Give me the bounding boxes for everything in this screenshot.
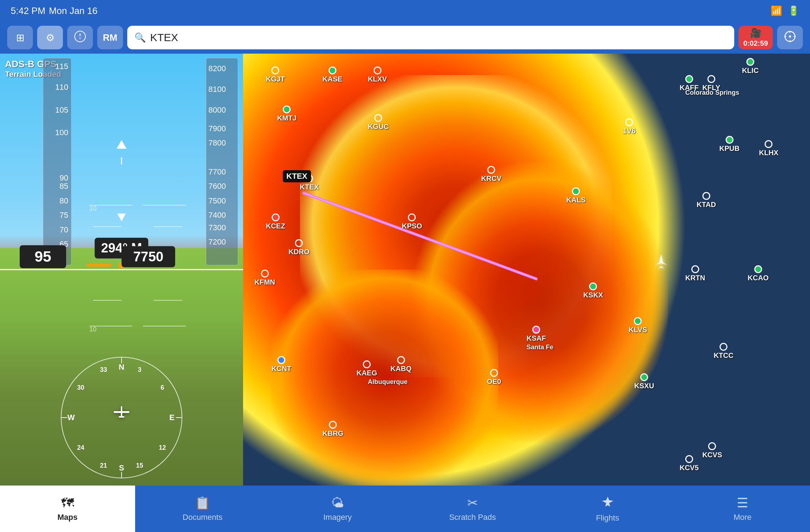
airport-kabq[interactable]: KABQ — [390, 356, 411, 373]
airport-dot-kbrg — [329, 421, 337, 429]
airport-dot-kase — [329, 66, 336, 74]
compass-30: 30 — [77, 384, 84, 391]
airport-krtn[interactable]: KRTN — [685, 265, 705, 282]
airport-coloradosprings[interactable]: Colorado Springs — [685, 88, 739, 97]
airport-kcao[interactable]: KCAO — [748, 265, 769, 282]
airport-kmtj[interactable]: KMTJ — [277, 105, 296, 122]
airport-dot-1v6 — [625, 118, 633, 126]
airport-klic[interactable]: KLIC — [742, 58, 759, 75]
scratchpads-icon: ✂ — [467, 496, 478, 511]
record-button[interactable]: 🎥 0:02:59 — [739, 26, 773, 49]
airport-kals[interactable]: KALS — [566, 187, 586, 204]
nav-documents[interactable]: 📋 Documents — [135, 486, 270, 532]
airport-kbrg[interactable]: KBRG — [322, 421, 344, 438]
airport-kdro[interactable]: KDRO — [288, 239, 310, 256]
nav-maps[interactable]: 🗺 Maps — [0, 486, 135, 532]
airport-1v6[interactable]: 1V6 — [623, 118, 636, 135]
airport-dot-kcao — [754, 265, 762, 273]
airport-dot-kdro — [295, 239, 303, 247]
airport-kcnt[interactable]: KCNT — [271, 356, 291, 373]
airport-krcv[interactable]: KRCV — [481, 166, 502, 183]
airport-ktcc[interactable]: KTCC — [713, 343, 734, 360]
settings-button[interactable]: ⚙ — [37, 26, 63, 49]
airport-ksaf[interactable]: KSAF — [527, 326, 546, 343]
airport-dot-kaff — [685, 75, 693, 83]
airport-kfmn[interactable]: KFMN — [255, 270, 275, 286]
documents-icon: 📋 — [194, 496, 211, 511]
map-panel[interactable]: KGJT KASE KLXV KLIC KAFF KFLY Colorado — [243, 54, 810, 486]
airport-kgjt[interactable]: KGJT — [266, 66, 285, 83]
airport-ksxu[interactable]: KSXU — [634, 373, 654, 390]
airport-kpub[interactable]: KPUB — [719, 136, 740, 153]
compass-button[interactable] — [67, 26, 93, 49]
airport-kcez[interactable]: KCEZ — [266, 213, 285, 230]
speed-mark-75: 75 — [60, 211, 68, 220]
search-input[interactable] — [150, 31, 727, 44]
airport-dot-kmtj — [283, 105, 291, 113]
rm-button[interactable]: RM — [97, 26, 123, 49]
nav-more[interactable]: ☰ More — [675, 486, 810, 532]
airport-dot-kfmn — [261, 270, 269, 277]
alt-mark-7900: 7900 — [208, 124, 226, 133]
airport-dot-ksaf — [532, 326, 540, 334]
status-bar: 5:42 PM Mon Jan 16 📶 🔋 — [0, 0, 810, 21]
airport-kaeg[interactable]: KAEG — [356, 360, 377, 377]
compass-21: 21 — [100, 462, 107, 469]
airport-dot-klvs — [634, 317, 642, 325]
airport-klxv[interactable]: KLXV — [368, 66, 387, 83]
airport-kskx[interactable]: KSKX — [583, 282, 603, 299]
airport-kcvs[interactable]: KCVS — [702, 442, 722, 459]
layers-button[interactable]: ⊞ — [7, 26, 33, 49]
airport-klvs[interactable]: KLVS — [628, 317, 647, 334]
airport-dot-kpub — [726, 136, 734, 144]
alt-mark-8000: 8000 — [208, 105, 226, 115]
aircraft-symbol — [111, 403, 132, 425]
record-icon: 🎥 — [750, 28, 761, 39]
airport-ktad[interactable]: KTAD — [697, 192, 716, 209]
layers-icon: ⊞ — [16, 32, 24, 44]
compass-s: S — [119, 463, 124, 473]
alt-mark-8200: 8200 — [208, 64, 226, 73]
speed-mark-90: 90 — [60, 173, 68, 183]
map-aircraft-icon — [651, 252, 671, 274]
search-bar: 🔍 — [127, 26, 734, 49]
compass-6: 6 — [160, 384, 164, 391]
date-display: Mon Jan 16 — [49, 5, 98, 16]
gear-icon: ⚙ — [46, 32, 55, 44]
airport-dot-ksxu — [640, 373, 648, 381]
compass-w: W — [67, 413, 75, 422]
speed-mark-70: 70 — [60, 225, 68, 235]
airport-kpso[interactable]: KPSO — [402, 213, 422, 230]
nav-flights[interactable]: Flights — [540, 486, 675, 532]
airport-kase[interactable]: KASE — [322, 66, 342, 83]
gps-button[interactable] — [777, 26, 803, 49]
compass-12: 12 — [159, 444, 166, 452]
airport-dot-kabq — [397, 356, 405, 364]
airport-kguc[interactable]: KGUC — [368, 114, 389, 131]
airport-dot-klxv — [374, 66, 381, 74]
nav-imagery[interactable]: 🌤 Imagery — [270, 486, 405, 532]
airport-dot-ktcc — [720, 343, 727, 351]
flights-icon — [601, 495, 614, 511]
airport-klhx[interactable]: KLHX — [759, 140, 778, 157]
alt-mark-7400: 7400 — [208, 211, 226, 220]
compass-24: 24 — [77, 444, 84, 452]
airport-dot-kcvs — [708, 442, 716, 450]
speed-mark-100: 100 — [55, 128, 68, 137]
status-right: 📶 🔋 — [771, 5, 799, 16]
compass-n: N — [119, 363, 124, 372]
pfd-horizon-line — [0, 269, 243, 270]
speed-tape: 115 110 105 100 90 85 80 75 70 65 — [43, 58, 71, 265]
airport-oe0[interactable]: OE0 — [487, 369, 501, 386]
wifi-icon: 📶 — [771, 5, 782, 16]
altitude-indicator: 7750 — [122, 246, 175, 267]
compass-15: 15 — [136, 462, 143, 469]
airport-dot-oe0 — [490, 369, 498, 377]
airport-dot-klic — [746, 58, 754, 66]
speed-mark-115: 115 — [55, 62, 68, 71]
ktex-label[interactable]: KTEX — [283, 170, 311, 182]
nav-scratchpads[interactable]: ✂ Scratch Pads — [405, 486, 540, 532]
airport-kcv5[interactable]: KCV5 — [680, 455, 698, 472]
search-icon: 🔍 — [134, 32, 146, 43]
airport-santafe: Santa Fe — [527, 343, 553, 351]
